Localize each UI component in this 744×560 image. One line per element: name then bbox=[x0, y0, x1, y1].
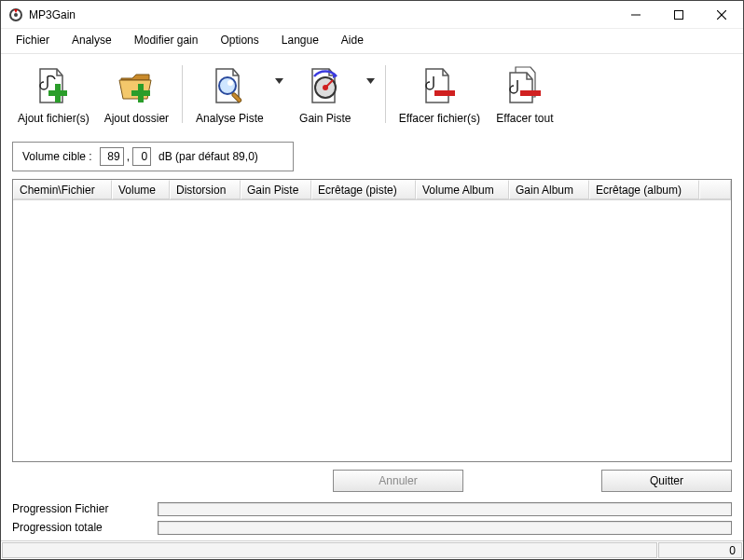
svg-rect-10 bbox=[131, 90, 150, 96]
menu-aide[interactable]: Aide bbox=[332, 31, 373, 49]
volume-target-group: Volume cible : , dB (par défaut 89,0) bbox=[12, 142, 294, 171]
svg-point-2 bbox=[14, 13, 18, 17]
progress-file-bar bbox=[158, 502, 732, 516]
svg-rect-19 bbox=[520, 90, 541, 96]
volume-int-input[interactable] bbox=[100, 147, 124, 166]
col-volume-album[interactable]: Volume Album bbox=[416, 180, 509, 199]
delete-all-label: Effacer tout bbox=[496, 112, 553, 125]
volume-label: Volume cible : bbox=[22, 150, 92, 163]
maximize-button[interactable] bbox=[657, 1, 700, 29]
menu-fichier[interactable]: Fichier bbox=[7, 31, 59, 49]
progress-file-label: Progression Fichier bbox=[12, 502, 152, 515]
status-left bbox=[2, 542, 657, 558]
minimize-button[interactable] bbox=[614, 1, 657, 29]
app-icon bbox=[8, 7, 23, 22]
volume-dec-input[interactable] bbox=[132, 147, 151, 166]
cancel-button: Annuler bbox=[333, 470, 463, 492]
add-folder-button[interactable]: Ajout dossier bbox=[97, 60, 176, 129]
table-body[interactable] bbox=[13, 200, 731, 461]
svg-rect-8 bbox=[48, 90, 67, 96]
analyze-track-dropdown[interactable] bbox=[271, 60, 288, 84]
status-count: 0 bbox=[658, 542, 742, 558]
decimal-separator: , bbox=[127, 150, 130, 163]
progress-total-bar bbox=[158, 521, 732, 535]
gain-track-dropdown[interactable] bbox=[363, 60, 379, 84]
delete-files-label: Effacer fichier(s) bbox=[399, 112, 480, 125]
volume-unit-default: dB (par défaut 89,0) bbox=[158, 150, 258, 163]
menu-analyse[interactable]: Analyse bbox=[62, 31, 121, 49]
col-clip-album[interactable]: Ecrêtage (album) bbox=[589, 180, 699, 199]
col-distortion[interactable]: Distorsion bbox=[170, 180, 241, 199]
menubar: Fichier Analyse Modifier gain Options La… bbox=[1, 29, 743, 54]
titlebar: MP3Gain bbox=[1, 1, 743, 29]
progress-section: Progression Fichier Progression totale bbox=[1, 498, 743, 540]
analyze-track-label: Analyse Piste bbox=[196, 112, 264, 125]
quit-button[interactable]: Quitter bbox=[601, 470, 732, 492]
col-spacer bbox=[699, 180, 731, 199]
delete-all-button[interactable]: Effacer tout bbox=[488, 60, 562, 129]
gain-track-label: Gain Piste bbox=[299, 112, 351, 125]
toolbar-separator bbox=[385, 65, 386, 123]
toolbar: Ajout fichier(s) Ajout dossier Analyse P… bbox=[1, 54, 743, 136]
delete-file-icon bbox=[417, 63, 462, 108]
delete-all-icon bbox=[503, 63, 547, 108]
window-title: MP3Gain bbox=[29, 8, 76, 21]
col-clip-track[interactable]: Ecrêtage (piste) bbox=[311, 180, 416, 199]
gain-icon bbox=[303, 63, 348, 108]
close-button[interactable] bbox=[700, 1, 743, 29]
col-gain-album[interactable]: Gain Album bbox=[509, 180, 589, 199]
svg-point-11 bbox=[219, 77, 236, 94]
gain-track-button[interactable]: Gain Piste bbox=[288, 60, 363, 129]
add-files-label: Ajout fichier(s) bbox=[18, 112, 90, 125]
add-folder-label: Ajout dossier bbox=[104, 112, 169, 125]
table-header: Chemin\Fichier Volume Distorsion Gain Pi… bbox=[13, 180, 731, 200]
col-path[interactable]: Chemin\Fichier bbox=[13, 180, 112, 199]
col-volume[interactable]: Volume bbox=[112, 180, 170, 199]
file-table: Chemin\Fichier Volume Distorsion Gain Pi… bbox=[12, 179, 732, 462]
menu-options[interactable]: Options bbox=[211, 31, 268, 49]
analyze-icon bbox=[207, 63, 252, 108]
delete-files-button[interactable]: Effacer fichier(s) bbox=[392, 60, 488, 129]
add-files-button[interactable]: Ajout fichier(s) bbox=[10, 60, 97, 129]
toolbar-separator bbox=[182, 65, 183, 123]
menu-langue[interactable]: Langue bbox=[272, 31, 328, 49]
bottom-button-row: Annuler Quitter bbox=[1, 462, 743, 498]
progress-total-label: Progression totale bbox=[12, 521, 152, 534]
add-folder-icon bbox=[114, 63, 158, 108]
svg-rect-4 bbox=[675, 10, 683, 19]
analyze-track-button[interactable]: Analyse Piste bbox=[188, 60, 271, 129]
svg-rect-18 bbox=[434, 90, 455, 96]
statusbar: 0 bbox=[1, 540, 743, 559]
col-gain-track[interactable]: Gain Piste bbox=[241, 180, 311, 199]
svg-point-12 bbox=[227, 80, 233, 86]
menu-modifier-gain[interactable]: Modifier gain bbox=[125, 31, 208, 49]
add-file-icon bbox=[31, 63, 76, 108]
